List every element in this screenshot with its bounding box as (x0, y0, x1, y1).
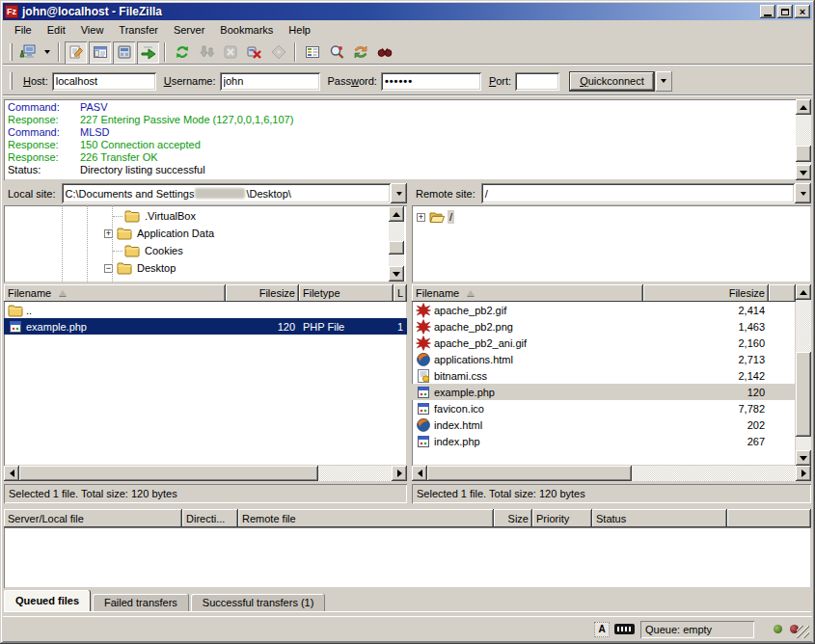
local-tree-icon (93, 44, 108, 60)
remote-list-hscrollbar[interactable] (412, 466, 811, 481)
file-row[interactable]: favicon.ico 7,782 (412, 400, 796, 416)
file-row[interactable]: apache_pb2.gif 2,414 (412, 302, 796, 318)
scrollbar-thumb[interactable] (427, 466, 632, 481)
file-row[interactable]: index.php 267 (412, 433, 796, 449)
synchronized-browsing-button[interactable] (349, 41, 371, 64)
tab-queued-files[interactable]: Queued files (4, 590, 91, 611)
scroll-down-button[interactable] (796, 450, 811, 466)
file-row[interactable]: index.html 202 (412, 416, 796, 433)
column-size[interactable]: Size (494, 509, 532, 527)
column-filename[interactable]: Filename (4, 284, 226, 302)
local-tree-scrollbar[interactable] (389, 206, 404, 282)
filter-button[interactable] (301, 41, 323, 64)
scroll-right-button[interactable] (796, 466, 811, 481)
host-input[interactable] (52, 72, 156, 91)
expand-icon[interactable]: + (417, 213, 425, 222)
site-manager-dropdown-button[interactable] (41, 41, 53, 64)
menu-edit[interactable]: Edit (40, 22, 73, 38)
folder-icon (8, 303, 23, 318)
directory-comparison-button[interactable] (325, 41, 347, 64)
menu-bookmarks[interactable]: Bookmarks (212, 22, 281, 38)
username-input[interactable] (220, 72, 320, 91)
scroll-down-button[interactable] (389, 266, 404, 282)
tab-failed-transfers[interactable]: Failed transfers (93, 594, 189, 611)
refresh-button[interactable] (171, 41, 193, 64)
tree-item-desktop[interactable]: − Desktop (4, 259, 407, 277)
redacted-username (195, 188, 245, 199)
scrollbar-thumb[interactable] (389, 241, 404, 255)
site-manager-button[interactable] (16, 41, 39, 64)
quickconnect-button[interactable]: Quickconnect (569, 71, 655, 92)
scroll-right-button[interactable] (392, 466, 407, 481)
file-row-example-php[interactable]: example.php 120 (412, 384, 796, 400)
scroll-up-button[interactable] (796, 284, 811, 300)
minimize-button[interactable] (760, 5, 775, 18)
remote-list-scrollbar[interactable] (796, 284, 811, 466)
menu-file[interactable]: File (7, 22, 40, 38)
menu-help[interactable]: Help (281, 22, 318, 38)
tab-successful-transfers[interactable]: Successful transfers (1) (191, 594, 326, 611)
file-row[interactable]: applications.html 2,713 (412, 351, 796, 367)
tree-item-root[interactable]: + / (412, 208, 811, 226)
quickconnect-grip[interactable] (10, 72, 13, 90)
disconnect-button[interactable] (243, 41, 265, 64)
column-filesize[interactable]: Filesize (643, 284, 769, 302)
column-direction[interactable]: Directi... (182, 509, 238, 527)
menu-server[interactable]: Server (166, 22, 212, 38)
resize-grip[interactable] (797, 626, 809, 638)
log-scrollbar[interactable] (796, 99, 811, 180)
process-queue-button[interactable] (195, 41, 217, 64)
scrollbar-thumb[interactable] (796, 352, 811, 437)
menu-transfer[interactable]: Transfer (111, 22, 166, 38)
toggle-transfer-queue-button[interactable] (137, 41, 159, 64)
close-button[interactable]: × (795, 5, 810, 18)
password-input[interactable] (381, 72, 481, 91)
sort-ascending-icon (467, 290, 475, 296)
scroll-down-button[interactable] (796, 165, 811, 180)
scroll-left-button[interactable] (412, 466, 427, 481)
toolbar-grip[interactable] (10, 43, 13, 61)
tree-item-application-data[interactable]: + Application Data (4, 225, 407, 242)
scrollbar-thumb[interactable] (796, 146, 811, 162)
image-file-icon (416, 303, 431, 318)
local-list-hscrollbar[interactable] (4, 466, 407, 481)
file-row[interactable]: apache_pb2.png 1,463 (412, 318, 796, 335)
toggle-message-log-button[interactable] (65, 41, 87, 64)
file-row-example-php[interactable]: example.php 120 PHP File 1 (4, 318, 407, 335)
refresh-icon (175, 44, 190, 60)
scroll-up-button[interactable] (389, 206, 404, 222)
file-row[interactable]: apache_pb2_ani.gif 2,160 (412, 335, 796, 351)
tree-item-cookies[interactable]: Cookies (4, 242, 407, 259)
port-input[interactable] (515, 72, 559, 91)
local-site-path-field[interactable]: C:\Documents and Settings\Desktop\ (62, 183, 391, 203)
chevron-down-icon (661, 79, 666, 83)
reconnect-button[interactable] (267, 41, 289, 64)
cancel-button[interactable] (219, 41, 241, 64)
transfer-queue-list[interactable] (4, 527, 811, 588)
quickconnect-dropdown-button[interactable] (656, 71, 672, 92)
scroll-up-button[interactable] (796, 99, 811, 115)
column-filename[interactable]: Filename (412, 284, 643, 302)
maximize-button[interactable] (777, 5, 793, 18)
file-row-parent-dir[interactable]: .. (4, 302, 407, 318)
scroll-left-button[interactable] (4, 466, 19, 481)
toggle-remote-tree-button[interactable] (113, 41, 135, 64)
local-site-dropdown-button[interactable] (391, 183, 407, 203)
column-status[interactable]: Status (592, 509, 727, 527)
toggle-local-tree-button[interactable] (89, 41, 111, 64)
log-label: Response: (8, 139, 80, 151)
remote-site-dropdown-button[interactable] (795, 183, 811, 203)
scrollbar-thumb[interactable] (19, 466, 318, 481)
file-row[interactable]: bitnami.css 2,142 (412, 367, 796, 384)
tree-item-virtualbox[interactable]: .VirtualBox (4, 207, 407, 225)
generic-file-icon (416, 385, 431, 400)
remote-site-path-field[interactable]: / (481, 183, 795, 203)
column-last-modified[interactable]: L (394, 284, 407, 302)
column-filesize[interactable]: Filesize (226, 284, 299, 302)
menu-view[interactable]: View (73, 22, 112, 38)
column-filetype[interactable]: Filetype (299, 284, 394, 302)
column-priority[interactable]: Priority (532, 509, 592, 527)
column-remote-file[interactable]: Remote file (238, 509, 494, 527)
column-server-local-file[interactable]: Server/Local file (4, 509, 182, 527)
find-files-button[interactable] (373, 41, 395, 64)
